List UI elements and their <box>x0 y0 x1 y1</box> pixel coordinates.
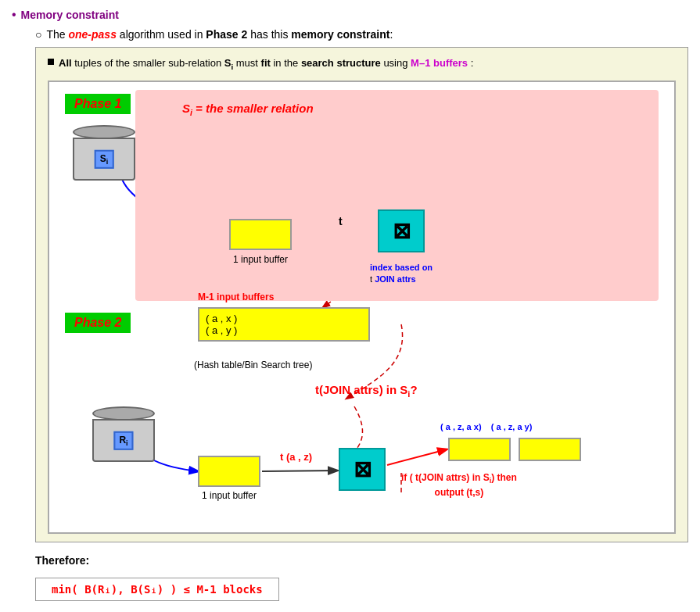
output-box2 <box>519 438 581 461</box>
bullet-two-text: All tuples of the smaller sub-relation S… <box>59 55 473 73</box>
phase1-label: Phase 1 <box>65 94 131 114</box>
input-buffer-p2 <box>198 456 260 487</box>
output-label1: ( a , z, a x) <box>440 422 482 431</box>
therefore-label: Therefore: <box>35 554 688 567</box>
m1-buffers-label: M-1 input buffers <box>198 292 274 302</box>
bullet2-row: All tuples of the smaller sub-relation S… <box>48 55 676 73</box>
therefore-section: Therefore: min( B(Rᵢ), B(Sᵢ) ) ≤ M-1 blo… <box>35 554 688 601</box>
t-az-label: t (a , z) <box>280 451 312 463</box>
cylinder-ri-body: Ri <box>92 419 155 462</box>
one-pass-text: one-pass <box>68 28 116 41</box>
cylinder-ri: Ri <box>92 406 155 462</box>
output-label2: ( a , z, a y) <box>491 422 533 431</box>
output-text: output (t,s) <box>401 486 517 499</box>
table-p2: ( a , x ) ( a , y ) <box>198 307 370 342</box>
output-box1 <box>448 438 511 461</box>
search-struct-p2: ⊠ <box>339 448 386 491</box>
cylinder-si: Si <box>73 125 135 181</box>
bullet-square <box>48 59 54 65</box>
search-struct-p1: ⊠ <box>378 209 425 252</box>
if-join-label: if ( t(JOIN attrs) in Si) then output (t… <box>401 471 517 499</box>
input-buffer-p2-label: 1 input buffer <box>186 490 272 501</box>
index-label: index based on t JOIN attrs <box>370 262 433 285</box>
input-buffer-p1 <box>229 219 292 250</box>
join-query-label: t(JOIN attrs) in Si? <box>315 383 418 399</box>
phase2-label: Phase 2 <box>65 313 131 333</box>
svg-line-3 <box>387 449 447 465</box>
cylinder-body: Si <box>73 138 135 181</box>
cylinder-ri-label: Ri <box>113 431 133 450</box>
formula-box: min( B(Rᵢ), B(Sᵢ) ) ≤ M-1 blocks <box>35 578 279 601</box>
table-footer: (Hash table/Bin Search tree) <box>194 360 312 370</box>
output-labels: ( a , z, a x) ( a , z, a y) <box>440 422 532 431</box>
bullet-circle: ○ <box>35 28 41 41</box>
outer-box: All tuples of the smaller sub-relation S… <box>35 47 688 542</box>
t-label-p1: t <box>339 215 343 227</box>
bullet-one-text: The one-pass algorithm used in Phase 2 h… <box>46 28 393 41</box>
table-row1: ( a , x ) <box>206 313 362 324</box>
diagram: Phase 1 Si = the smaller relation Si 1 i… <box>48 81 676 534</box>
table-row2: ( a , y ) <box>206 324 362 336</box>
memory-constraint-ref: memory constraint <box>291 28 389 41</box>
svg-line-2 <box>262 471 337 471</box>
phase2-ref: Phase 2 <box>206 28 247 41</box>
input-buffer-p1-label: 1 input buffer <box>217 254 303 265</box>
cylinder-si-label: Si <box>95 150 114 169</box>
section-title: Memory constraint <box>21 9 119 21</box>
si-relation-label: Si = the smaller relation <box>182 102 314 117</box>
